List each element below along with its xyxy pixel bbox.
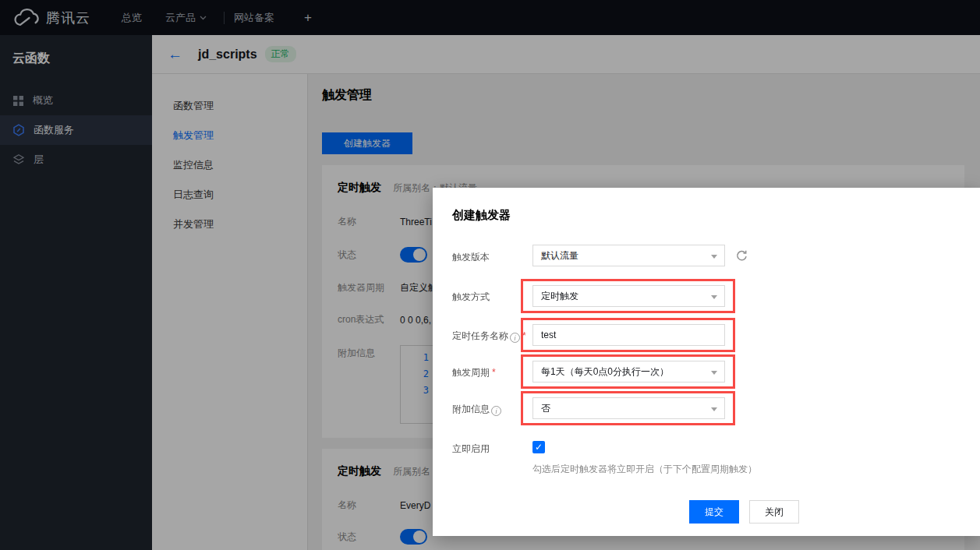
select-value: 定时触发 <box>541 290 578 303</box>
select-value: 每1天（每天0点0分执行一次） <box>541 365 669 379</box>
highlight-box: 定时触发 <box>521 279 735 313</box>
select-value: 默认流量 <box>541 249 578 263</box>
highlight-box: test <box>521 318 735 352</box>
info-icon[interactable]: i <box>510 333 520 343</box>
highlight-box: 否 <box>521 391 735 425</box>
required-asterisk: * <box>492 367 496 378</box>
caret-down-icon <box>711 407 717 411</box>
task-name-input[interactable]: test <box>532 324 725 346</box>
caret-down-icon <box>711 295 717 299</box>
caret-down-icon <box>711 371 717 375</box>
enable-now-hint: 勾选后定时触发器将立即开启（于下个配置周期触发） <box>532 463 980 476</box>
field-label-text: 触发周期 <box>452 367 490 378</box>
modal-title: 创建触发器 <box>452 208 980 223</box>
select-value: 否 <box>541 402 550 415</box>
field-label-trigger-version: 触发版本 <box>452 245 532 264</box>
submit-button[interactable]: 提交 <box>689 500 739 524</box>
caret-down-icon <box>711 255 717 259</box>
trigger-cycle-select[interactable]: 每1天（每天0点0分执行一次） <box>532 361 725 383</box>
refresh-icon[interactable] <box>735 249 748 263</box>
input-value: test <box>541 330 556 340</box>
field-label-text: 定时任务名称 <box>452 330 508 341</box>
close-button[interactable]: 关闭 <box>749 500 799 524</box>
info-icon[interactable]: i <box>491 406 501 416</box>
field-label-text: 附加信息 <box>452 404 490 414</box>
trigger-method-select[interactable]: 定时触发 <box>532 285 725 307</box>
create-trigger-modal: 创建触发器 触发版本 默认流量 触发方式 定时触发 <box>433 188 980 536</box>
highlight-box: 每1天（每天0点0分执行一次） <box>521 354 735 389</box>
field-label-enable-now: 立即启用 <box>452 436 532 456</box>
extra-info-select[interactable]: 否 <box>532 397 725 419</box>
trigger-version-select[interactable]: 默认流量 <box>532 245 725 266</box>
enable-now-checkbox[interactable]: ✓ <box>532 441 545 453</box>
